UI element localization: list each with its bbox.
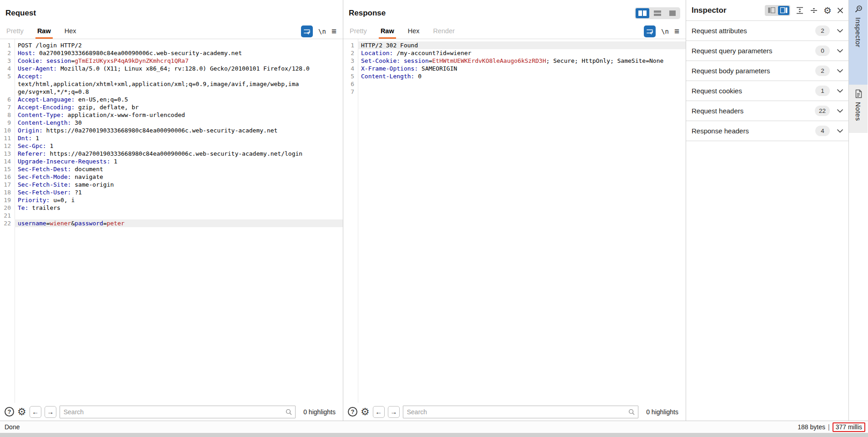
prev-match-button[interactable]: ← bbox=[373, 406, 385, 418]
line-text[interactable]: ge/svg+xml,*/*;q=0.8 bbox=[15, 88, 343, 96]
line-text[interactable]: Sec-Fetch-Dest: document bbox=[15, 165, 343, 173]
editor-line: 20Te: trailers bbox=[0, 204, 343, 212]
newline-display-icon[interactable]: \n bbox=[661, 28, 669, 35]
chevron-down-icon[interactable] bbox=[837, 29, 843, 33]
chevron-down-icon[interactable] bbox=[837, 109, 843, 113]
newline-display-icon[interactable]: \n bbox=[318, 28, 326, 35]
layout-single-icon[interactable] bbox=[666, 8, 679, 18]
line-text[interactable]: Referer: https://0a2700190333668980c84ea… bbox=[15, 150, 343, 158]
search-input[interactable] bbox=[403, 406, 638, 418]
collapse-all-icon[interactable] bbox=[809, 6, 818, 15]
word-wrap-toggle-icon[interactable] bbox=[301, 25, 313, 37]
chevron-down-icon[interactable] bbox=[837, 129, 843, 133]
status-text: Done bbox=[5, 423, 20, 431]
line-text[interactable]: Accept-Language: en-US,en;q=0.5 bbox=[15, 96, 343, 103]
tab-raw[interactable]: Raw bbox=[36, 24, 52, 39]
expand-all-icon[interactable] bbox=[795, 6, 804, 15]
layout-rows-icon[interactable] bbox=[651, 8, 664, 18]
editor-menu-icon[interactable]: ≡ bbox=[674, 27, 679, 36]
inspector-section-request-cookies[interactable]: Request cookies1 bbox=[686, 81, 848, 101]
next-match-button[interactable]: → bbox=[388, 406, 400, 418]
line-text[interactable]: Dnt: 1 bbox=[15, 134, 343, 142]
search-field-wrap bbox=[403, 406, 638, 418]
tab-pretty[interactable]: Pretty bbox=[5, 24, 25, 39]
line-text[interactable]: Location: /my-account?id=wiener bbox=[358, 49, 686, 57]
request-search-bar: ? ⚙ ← → 0 highlights bbox=[0, 403, 343, 421]
inspector-side-tab[interactable]: Inspector bbox=[849, 0, 868, 85]
section-label: Request cookies bbox=[692, 87, 815, 95]
line-text[interactable]: User-Agent: Mozilla/5.0 (X11; Linux x86_… bbox=[15, 65, 343, 72]
line-text[interactable]: Accept: bbox=[15, 72, 343, 80]
line-text[interactable]: Sec-Gpc: 1 bbox=[15, 142, 343, 150]
next-match-button[interactable]: → bbox=[45, 406, 56, 418]
right-tab-strip: Inspector Notes bbox=[849, 0, 868, 421]
inspector-section-response-headers[interactable]: Response headers4 bbox=[686, 121, 848, 141]
line-number: 16 bbox=[0, 173, 15, 181]
line-text[interactable]: Content-Length: 30 bbox=[15, 119, 343, 127]
inspector-section-request-body-parameters[interactable]: Request body parameters2 bbox=[686, 61, 848, 81]
chevron-down-icon[interactable] bbox=[837, 69, 843, 73]
close-icon[interactable] bbox=[837, 7, 844, 14]
line-number: 12 bbox=[0, 142, 15, 150]
line-text[interactable]: Priority: u=0, i bbox=[15, 196, 343, 204]
line-text[interactable]: Content-Length: 0 bbox=[358, 72, 686, 80]
line-text[interactable]: Te: trailers bbox=[15, 204, 343, 212]
line-text[interactable]: Cookie: session=gTmEIzUKyxsP4qA9kDynZKmh… bbox=[15, 57, 343, 65]
inspector-dock-left-icon[interactable] bbox=[766, 6, 777, 15]
editor-line: 19Priority: u=0, i bbox=[0, 196, 343, 204]
chevron-down-icon[interactable] bbox=[837, 49, 843, 53]
editor-menu-icon[interactable]: ≡ bbox=[331, 27, 336, 36]
inspector-section-request-attributes[interactable]: Request attributes2 bbox=[686, 21, 848, 41]
response-panel: Response PrettyRawHexRender \n ≡ bbox=[343, 0, 686, 421]
request-panel: Request PrettyRawHex \n ≡ 1POST /login H… bbox=[0, 0, 343, 421]
line-text[interactable]: Sec-Fetch-Site: same-origin bbox=[15, 181, 343, 188]
editor-line: 1HTTP/2 302 Found bbox=[343, 41, 686, 49]
line-text[interactable] bbox=[358, 88, 686, 96]
settings-gear-icon[interactable]: ⚙ bbox=[823, 6, 832, 15]
response-tabbar-icons: \n ≡ bbox=[644, 24, 686, 39]
word-wrap-toggle-icon[interactable] bbox=[644, 25, 656, 37]
prev-match-button[interactable]: ← bbox=[30, 406, 41, 418]
help-icon[interactable]: ? bbox=[348, 407, 357, 417]
line-text[interactable]: HTTP/2 302 Found bbox=[358, 41, 686, 49]
line-text[interactable]: X-Frame-Options: SAMEORIGIN bbox=[358, 65, 686, 72]
line-text[interactable]: Content-Type: application/x-www-form-url… bbox=[15, 111, 343, 119]
search-input[interactable] bbox=[60, 406, 296, 418]
inspector-side-tab-label: Inspector bbox=[854, 17, 862, 47]
response-editor[interactable]: 1HTTP/2 302 Found2Location: /my-account?… bbox=[343, 39, 686, 403]
line-text[interactable] bbox=[358, 80, 686, 88]
line-text[interactable]: Accept-Encoding: gzip, deflate, br bbox=[15, 103, 343, 111]
gear-icon[interactable]: ⚙ bbox=[17, 407, 26, 417]
request-editor[interactable]: 1POST /login HTTP/22Host: 0a270019033366… bbox=[0, 39, 343, 403]
line-number: 4 bbox=[0, 65, 15, 72]
response-search-bar: ? ⚙ ← → 0 highlights bbox=[343, 403, 686, 421]
response-tab-bar: PrettyRawHexRender \n ≡ bbox=[343, 24, 686, 39]
tab-hex[interactable]: Hex bbox=[407, 24, 421, 39]
inspector-section-request-query-parameters[interactable]: Request query parameters0 bbox=[686, 41, 848, 61]
editor-line: 12Sec-Gpc: 1 bbox=[0, 142, 343, 150]
help-icon[interactable]: ? bbox=[5, 407, 14, 417]
tab-hex[interactable]: Hex bbox=[64, 24, 77, 39]
layout-columns-icon[interactable] bbox=[636, 8, 649, 18]
line-text[interactable]: text/html,application/xhtml+xml,applicat… bbox=[15, 80, 343, 88]
line-number: 8 bbox=[0, 111, 15, 119]
line-text[interactable]: Upgrade-Insecure-Requests: 1 bbox=[15, 158, 343, 165]
chevron-down-icon[interactable] bbox=[837, 89, 843, 93]
line-text[interactable]: Sec-Fetch-Mode: navigate bbox=[15, 173, 343, 181]
line-text[interactable]: Set-Cookie: session=EtHWtmUEWKErdvKO8leA… bbox=[358, 57, 686, 65]
line-text[interactable]: username=wiener&password=peter bbox=[15, 219, 343, 227]
line-text[interactable]: Host: 0a2700190333668980c84ea00090006c.w… bbox=[15, 49, 343, 57]
line-text[interactable]: Origin: https://0a2700190333668980c84ea0… bbox=[15, 127, 343, 134]
tab-raw[interactable]: Raw bbox=[380, 24, 395, 39]
notes-side-tab[interactable]: Notes bbox=[849, 85, 868, 133]
tab-pretty[interactable]: Pretty bbox=[349, 24, 368, 39]
tab-render[interactable]: Render bbox=[432, 24, 456, 39]
line-text[interactable]: POST /login HTTP/2 bbox=[15, 41, 343, 49]
editor-line: 14Upgrade-Insecure-Requests: 1 bbox=[0, 158, 343, 165]
line-text[interactable]: Sec-Fetch-User: ?1 bbox=[15, 188, 343, 196]
gear-icon[interactable]: ⚙ bbox=[361, 407, 370, 417]
status-bar: Done 188 bytes | 377 millis bbox=[0, 421, 868, 433]
line-text[interactable] bbox=[15, 212, 343, 219]
inspector-section-request-headers[interactable]: Request headers22 bbox=[686, 101, 848, 121]
inspector-dock-right-icon[interactable] bbox=[778, 6, 789, 15]
